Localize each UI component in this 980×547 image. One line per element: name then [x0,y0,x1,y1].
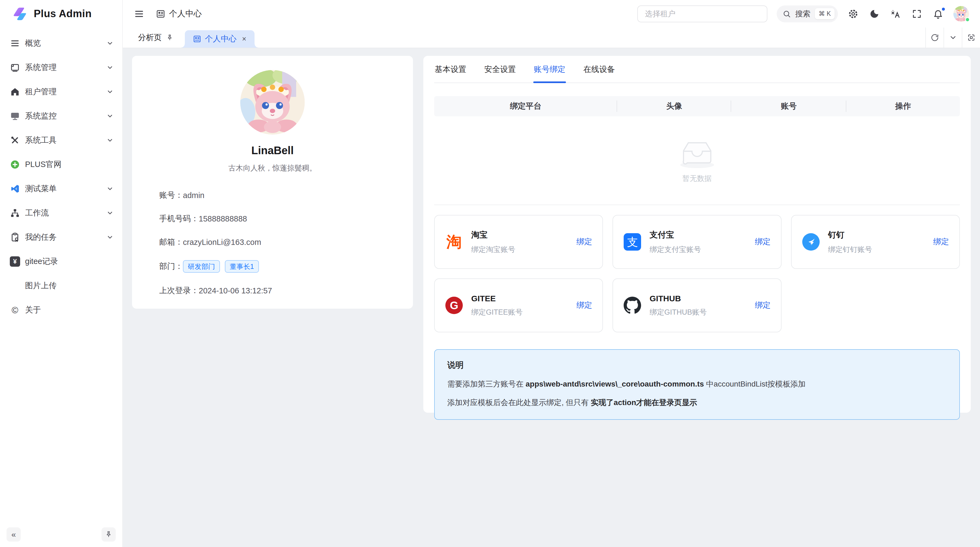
tab-bar: 分析页 个人中心 × [123,27,980,48]
sidebar-item-gitee-record[interactable]: ¥ gitee记录 [3,252,119,271]
sidebar: Plus Admin 概览 系统管理 租户管理 [0,0,123,547]
chevron-down-icon [107,40,113,47]
global-search-button[interactable]: 搜索 ⌘ K [776,5,838,22]
tab-account-binding[interactable]: 账号绑定 [533,56,566,83]
copyright-icon: © [10,305,20,315]
pin-icon[interactable] [166,34,173,41]
sidebar-item-tenant-admin[interactable]: 租户管理 [3,82,119,102]
tab-basic-settings[interactable]: 基本设置 [434,56,467,83]
binding-card-gitee: G GITEE 绑定GITEE账号 绑定 [434,278,603,332]
sidebar-item-workflow[interactable]: 工作流 [3,203,119,223]
field-phone: 手机号码：15888888888 [159,213,386,224]
bind-gitee-link[interactable]: 绑定 [576,300,592,311]
note-box: 说明 需要添加第三方账号在 apps\web-antd\src\views\_c… [434,349,960,420]
tab-menu-button[interactable] [943,27,962,48]
settings-button[interactable] [847,8,859,20]
sidebar-item-system-monitor[interactable]: 系统监控 [3,106,119,126]
empty-inbox-icon [677,137,718,170]
header-actions: 搜索 ⌘ K [637,5,969,22]
field-last-login: 上次登录：2024-10-06 13:12:57 [159,285,386,296]
close-icon[interactable]: × [242,35,247,43]
bind-alipay-link[interactable]: 绑定 [755,236,771,247]
sidebar-pin-button[interactable] [102,527,116,542]
sidebar-collapse-button[interactable]: « [6,527,21,542]
dark-mode-button[interactable] [869,8,880,20]
blank-icon [10,281,20,291]
tab-analytics[interactable]: 分析页 [138,27,173,48]
sidebar-item-my-tasks[interactable]: 我的任务 [3,228,119,247]
sidebar-menu: 概览 系统管理 租户管理 系统监控 [0,27,122,320]
breadcrumb[interactable]: 个人中心 [156,8,202,19]
note-line-2: 添加对应模板后会在此处显示绑定, 但只有 实现了action才能在登录页显示 [447,397,947,408]
sidebar-item-overview[interactable]: 概览 [3,33,119,53]
sidebar-item-system-tools[interactable]: 系统工具 [3,131,119,150]
binding-card-taobao: 淘 淘宝 绑定淘宝账号 绑定 [434,215,603,269]
sidebar-item-test-menu[interactable]: 测试菜单 [3,179,119,199]
online-status-dot [965,17,970,22]
field-email: 邮箱：crazyLionLi@163.com [159,237,386,248]
translate-icon [891,9,901,19]
bind-dingtalk-link[interactable]: 绑定 [933,236,949,247]
yen-calendar-icon: ¥ [10,256,20,267]
list-icon [10,38,20,48]
search-label: 搜索 [795,9,810,19]
language-button[interactable] [889,8,902,20]
tab-security-settings[interactable]: 安全设置 [484,56,516,83]
sidebar-toggle-button[interactable] [133,8,145,20]
taobao-icon: 淘 [445,233,463,251]
content-maximize-button[interactable] [962,27,980,48]
app-logo[interactable]: Plus Admin [0,0,122,27]
tenant-select-input[interactable] [637,5,767,22]
column-platform: 绑定平台 [434,101,617,112]
search-icon [783,10,791,18]
tools-icon [10,135,20,145]
window-icon [10,62,20,73]
column-account: 账号 [731,101,846,112]
profile-icon [156,9,165,19]
alipay-icon: 支 [624,233,641,251]
user-avatar[interactable] [953,6,969,22]
dept-tag: 研发部门 [183,260,220,273]
fullscreen-icon [912,9,922,19]
tab-online-devices[interactable]: 在线设备 [583,56,616,83]
gitee-icon: G [445,297,463,314]
search-shortcut: ⌘ K [815,8,835,19]
main-column: 个人中心 搜索 ⌘ K [123,0,980,547]
header: 个人中心 搜索 ⌘ K [123,0,980,27]
chevron-down-icon [107,209,113,217]
profile-fields: 账号：admin 手机号码：15888888888 邮箱：crazyLionLi… [132,190,413,309]
binding-card-github: GITHUB 绑定GITHUB账号 绑定 [612,278,781,332]
github-icon [624,297,641,314]
sidebar-footer: « [0,522,122,547]
fullscreen-button[interactable] [911,8,923,20]
chevron-down-icon [107,113,113,120]
binding-cards: 淘 淘宝 绑定淘宝账号 绑定 支 支付宝 绑定支付宝账号 绑定 [434,215,960,332]
bind-github-link[interactable]: 绑定 [755,300,771,311]
empty-state: 暂无数据 [434,116,960,205]
vscode-icon [10,183,20,194]
pin-icon [105,531,113,538]
tasks-icon [10,232,20,242]
profile-card: LinaBell 古木向人秋，惊蓬掠鬓稠。 账号：admin 手机号码：1588… [132,56,413,309]
note-title: 说明 [447,360,947,371]
binding-card-alipay: 支 支付宝 绑定支付宝账号 绑定 [612,215,781,269]
sidebar-item-plus-website[interactable]: PLUS官网 [3,155,119,174]
profile-bio: 古木向人秋，惊蓬掠鬓稠。 [228,163,317,173]
gear-icon [848,9,858,19]
bind-taobao-link[interactable]: 绑定 [576,236,592,247]
refresh-button[interactable] [925,27,943,48]
home-icon [10,87,20,97]
binding-table-header: 绑定平台 头像 账号 操作 [434,96,960,116]
tab-profile-center[interactable]: 个人中心 × [185,30,255,48]
breadcrumb-label: 个人中心 [169,8,202,19]
notification-dot [941,7,946,11]
monitor-icon [10,111,20,121]
chevron-down-icon [107,234,113,241]
logo-icon [10,6,28,22]
chevron-down-icon [107,185,113,192]
sidebar-item-about[interactable]: © 关于 [3,300,119,320]
sidebar-item-system-admin[interactable]: 系统管理 [3,58,119,77]
note-line-1: 需要添加第三方账号在 apps\web-antd\src\views\_core… [447,379,947,389]
sidebar-item-image-upload[interactable]: 图片上传 [3,276,119,295]
app-title: Plus Admin [34,8,92,20]
